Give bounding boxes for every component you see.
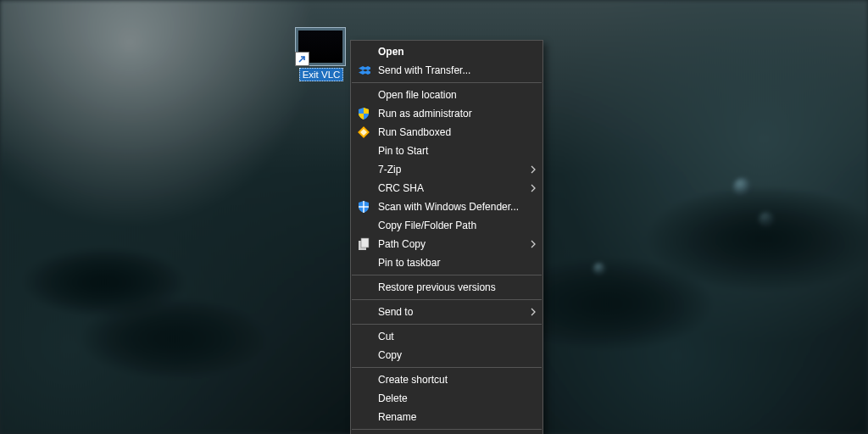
context-menu-item-copy-file-folder-path[interactable]: Copy File/Folder Path bbox=[351, 216, 542, 235]
context-menu-item-label: Send with Transfer... bbox=[378, 64, 470, 76]
context-menu-item-label: Copy bbox=[378, 349, 402, 361]
context-menu-item-run-sandboxed[interactable]: Run Sandboxed bbox=[351, 123, 542, 142]
context-menu-item-label: Open bbox=[378, 46, 404, 58]
context-menu-item-label: Copy File/Folder Path bbox=[378, 220, 476, 231]
context-menu-item-label: 7-Zip bbox=[378, 164, 401, 175]
context-menu-item-label: Pin to taskbar bbox=[378, 257, 440, 269]
chevron-right-icon bbox=[531, 160, 536, 179]
uac-shield-icon bbox=[357, 107, 370, 120]
sandbox-diamond-icon bbox=[357, 125, 370, 139]
context-menu-item-label: Path Copy bbox=[378, 238, 426, 250]
context-menu-item-open[interactable]: Open bbox=[351, 42, 542, 61]
context-menu-item-copy[interactable]: Copy bbox=[351, 346, 542, 364]
context-menu-separator bbox=[352, 275, 542, 275]
context-menu-item-pin-to-taskbar[interactable]: Pin to taskbar bbox=[351, 253, 542, 272]
context-menu-separator bbox=[352, 82, 542, 83]
context-menu-item-create-shortcut[interactable]: Create shortcut bbox=[351, 370, 542, 389]
context-menu-item-rename[interactable]: Rename bbox=[351, 408, 542, 426]
dropbox-icon bbox=[357, 64, 370, 77]
context-menu-separator bbox=[352, 324, 542, 325]
context-menu-item-label: CRC SHA bbox=[378, 182, 424, 194]
copy-icon bbox=[357, 237, 370, 251]
context-menu-separator bbox=[352, 299, 542, 300]
context-menu-item-label: Restore previous versions bbox=[378, 281, 496, 293]
context-menu-item-delete[interactable]: Delete bbox=[351, 389, 542, 408]
context-menu-item-7-zip[interactable]: 7-Zip bbox=[351, 160, 542, 179]
defender-shield-icon bbox=[357, 200, 370, 214]
context-menu-item-label: Rename bbox=[378, 411, 416, 423]
context-menu-item-scan-with-windows-defender[interactable]: Scan with Windows Defender... bbox=[351, 198, 542, 216]
context-menu-item-label: Send to bbox=[378, 306, 413, 318]
context-menu-item-pin-to-start[interactable]: Pin to Start bbox=[351, 142, 542, 160]
context-menu-item-label: Scan with Windows Defender... bbox=[378, 201, 519, 213]
context-menu-separator bbox=[352, 429, 542, 430]
context-menu-item-label: Create shortcut bbox=[378, 374, 448, 386]
context-menu-item-path-copy[interactable]: Path Copy bbox=[351, 235, 542, 253]
chevron-right-icon bbox=[531, 235, 536, 253]
context-menu-item-crc-sha[interactable]: CRC SHA bbox=[351, 179, 542, 198]
context-menu-item-run-as-administrator[interactable]: Run as administrator bbox=[351, 104, 542, 123]
context-menu-item-label: Cut bbox=[378, 331, 394, 342]
context-menu: OpenSend with Transfer...Open file locat… bbox=[350, 40, 543, 434]
shortcut-label: Exit VLC bbox=[299, 68, 344, 81]
shortcut-overlay-arrow-icon bbox=[295, 52, 309, 66]
context-menu-item-send-with-transfer[interactable]: Send with Transfer... bbox=[351, 61, 542, 80]
context-menu-item-label: Open file location bbox=[378, 89, 457, 101]
context-menu-item-label: Run as administrator bbox=[378, 108, 472, 120]
context-menu-item-send-to[interactable]: Send to bbox=[351, 303, 542, 321]
context-menu-item-label: Delete bbox=[378, 392, 408, 404]
desktop-shortcut-exit-vlc[interactable]: Exit VLC bbox=[295, 27, 348, 81]
chevron-right-icon bbox=[531, 303, 536, 321]
context-menu-item-label: Pin to Start bbox=[378, 145, 428, 157]
context-menu-item-cut[interactable]: Cut bbox=[351, 327, 542, 346]
shortcut-thumbnail bbox=[295, 27, 346, 66]
context-menu-item-restore-previous-versions[interactable]: Restore previous versions bbox=[351, 278, 542, 297]
context-menu-item-label: Run Sandboxed bbox=[378, 126, 451, 138]
chevron-right-icon bbox=[531, 179, 536, 198]
context-menu-separator bbox=[352, 367, 542, 368]
context-menu-item-open-file-location[interactable]: Open file location bbox=[351, 86, 542, 104]
